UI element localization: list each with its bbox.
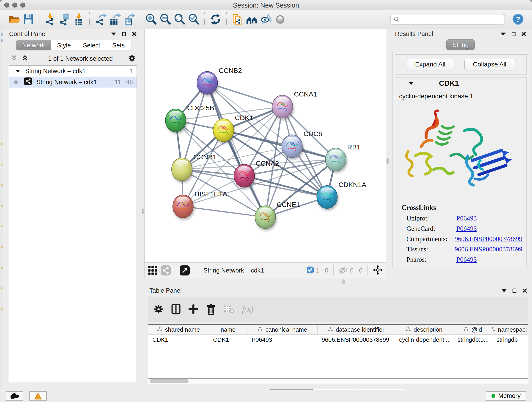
panel-menu-icon[interactable] (501, 289, 507, 292)
table-h-scrollbar[interactable] (148, 379, 528, 384)
network-node[interactable]: CDKN1A (317, 181, 366, 209)
network-node[interactable]: CCNB2 (197, 67, 242, 95)
column-header-canonical-name[interactable]: canonical name (247, 325, 317, 334)
export-network-button[interactable] (94, 12, 108, 27)
open-session-button[interactable] (7, 12, 21, 27)
table-panel-title: Table Panel (149, 287, 182, 294)
crosslink-row: Compartments:9606.ENSP00000378699 (406, 235, 522, 243)
crosslink-link[interactable]: 9606.ENSP00000378699 (455, 245, 522, 253)
apply-layout-button[interactable] (209, 12, 223, 27)
panel-float-icon[interactable] (512, 32, 515, 36)
global-search[interactable] (390, 14, 505, 25)
crosslink-link[interactable]: 9606.ENSP00000378699 (455, 235, 522, 243)
help-button[interactable]: ? (511, 12, 525, 27)
table-settings-gear-icon[interactable] (153, 304, 164, 314)
gene-expander-icon[interactable] (409, 82, 414, 85)
table-row[interactable]: CDK1CDK1P064939606.ENSP00000378699cyclin… (148, 335, 528, 345)
column-header-@id[interactable]: @id (453, 325, 492, 334)
selected-checkbox-icon[interactable] (307, 267, 314, 274)
network-graph[interactable]: CCNB2CCNA1CDC25BCDK1CDC6RB1CCNB1CCNA2CDK… (145, 29, 386, 262)
search-input[interactable] (399, 16, 502, 23)
crosslink-link[interactable]: P06493 (456, 215, 477, 222)
left-splitter[interactable] (143, 28, 144, 390)
column-label: @id (471, 326, 482, 333)
grid-mode-icon[interactable] (148, 266, 157, 275)
expand-all-button[interactable]: Expand All (407, 59, 454, 70)
zoom-in-button[interactable] (144, 12, 158, 27)
crosslink-link[interactable]: P06493 (456, 256, 477, 263)
panel-menu-icon[interactable] (500, 32, 506, 36)
scrollbar-thumb[interactable] (150, 379, 189, 383)
network-label: String Network – cdk1 (36, 79, 109, 86)
save-session-button[interactable] (21, 12, 35, 27)
collection-expander-icon[interactable] (16, 70, 20, 72)
save-floppy-icon (22, 13, 34, 26)
table-cell: stringdb (492, 336, 527, 343)
export-image-button[interactable] (122, 12, 136, 27)
crosslink-link[interactable]: P06493 (456, 225, 477, 232)
network-node[interactable]: HIST1H1A (173, 190, 227, 218)
collapse-all-icon[interactable] (11, 55, 17, 63)
column-header-shared-name[interactable]: shared name (148, 325, 209, 334)
column-header-namespace[interactable]: namespace (492, 325, 527, 334)
home-button[interactable] (245, 12, 259, 27)
tab-network[interactable]: Network (16, 40, 51, 51)
warnings-button[interactable] (29, 391, 47, 401)
panel-float-icon[interactable] (513, 288, 516, 293)
gene-section-header[interactable]: CDK1 (395, 77, 526, 89)
network-edge[interactable] (207, 83, 282, 107)
tab-style[interactable]: Style (51, 40, 77, 51)
tab-select[interactable]: Select (77, 40, 106, 51)
network-row[interactable]: String Network – cdk1 11 48 (9, 77, 137, 88)
protein-structure-image (399, 103, 518, 195)
add-column-icon[interactable] (188, 304, 198, 314)
tab-string[interactable]: String (446, 39, 475, 50)
network-options-gear-icon[interactable] (128, 54, 136, 63)
column-header-description[interactable]: description (395, 325, 453, 334)
right-splitter[interactable] (386, 28, 389, 278)
network-edge[interactable] (183, 206, 265, 217)
delete-column-trash-icon[interactable] (206, 304, 216, 315)
level-of-detail-button[interactable] (273, 12, 287, 27)
hidden-eye-icon[interactable] (339, 266, 348, 275)
column-label: name (221, 326, 235, 333)
expand-all-icon[interactable] (22, 55, 28, 63)
table-cell: cyclin-dependent ... (395, 336, 453, 343)
node-table[interactable]: shared namenamecanonical namedatabase id… (148, 324, 528, 379)
document-network-icon (231, 13, 244, 26)
zoom-fit-button[interactable] (172, 12, 186, 27)
tab-sets[interactable]: Sets (106, 40, 131, 51)
import-network-file-button[interactable] (43, 12, 57, 27)
horizontal-splitter[interactable] (144, 278, 532, 286)
hide-graphics-button[interactable] (259, 12, 273, 27)
panel-close-icon[interactable] (132, 32, 137, 36)
show-columns-icon[interactable] (171, 304, 181, 314)
memory-button[interactable]: Memory (486, 391, 526, 401)
network-node[interactable]: CDC25B (165, 104, 214, 132)
import-table-file-button[interactable] (71, 12, 86, 27)
zoom-out-button[interactable] (158, 12, 172, 27)
horizontal-splitter-handle[interactable] (342, 279, 345, 284)
network-collection-row[interactable]: String Network – cdk1 1 (9, 65, 137, 77)
column-header-database-identifier[interactable]: database identifier (317, 325, 395, 334)
network-canvas[interactable]: CCNB2CCNA1CDC25BCDK1CDC6RB1CCNB1CCNA2CDK… (144, 29, 386, 263)
zoom-selected-button[interactable] (186, 12, 201, 27)
network-node[interactable]: CCNA1 (272, 90, 317, 118)
cloud-status-button[interactable] (6, 391, 23, 401)
network-node[interactable]: RB1 (325, 143, 360, 171)
share-network-icon[interactable] (161, 265, 171, 275)
column-header-name[interactable]: name (209, 325, 247, 334)
panel-menu-icon[interactable] (111, 32, 116, 36)
open-in-window-icon[interactable] (180, 265, 190, 275)
panel-close-icon[interactable] (521, 32, 526, 36)
export-table-button[interactable] (108, 12, 122, 27)
import-network-database-button[interactable] (57, 12, 71, 27)
birds-eye-view-icon[interactable] (373, 265, 383, 276)
column-label: namespace (498, 326, 527, 333)
panel-close-icon[interactable] (522, 288, 527, 293)
clone-network-button[interactable] (230, 12, 245, 27)
panel-float-icon[interactable] (122, 32, 126, 36)
collapse-all-button[interactable]: Collapse All (464, 59, 515, 70)
right-splitter-handle[interactable] (386, 158, 389, 164)
network-node[interactable]: CCNE1 (255, 201, 300, 229)
